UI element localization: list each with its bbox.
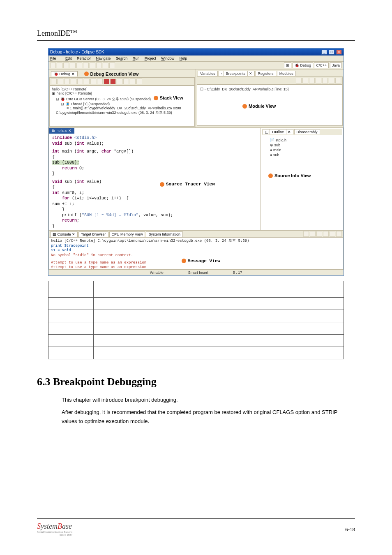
breakpoint-item[interactable]: ☐ ◦ C:\Eddy_DK_20c\src\Eddy_APPs\hello.c… (198, 86, 341, 92)
menu-window[interactable]: Window (161, 56, 174, 60)
console-disp-icon[interactable] (330, 231, 335, 237)
menu-search[interactable]: Search (116, 56, 128, 60)
dot-orange-icon (242, 104, 247, 109)
stack-row[interactable]: ⊟ 🐞 Esto GDB Server (08. 3. 24 오후 5:39) … (52, 95, 192, 102)
debug-dropdown-icon[interactable] (70, 62, 76, 68)
tab-registers[interactable]: Registers (256, 71, 276, 76)
minimize-button[interactable]: _ (321, 50, 327, 55)
console-body: hello [C/C++ Remote] C:\cygwin\opt\lemon… (49, 238, 343, 271)
callout-stack: Stack View (154, 95, 183, 100)
menu-edit[interactable]: Edit (65, 56, 72, 60)
tab-debug[interactable]: 🐞 Debug ✕ (51, 71, 78, 76)
drop-frame-icon[interactable] (97, 79, 103, 84)
persp-cpp[interactable]: C/C++ (314, 62, 329, 68)
menu-refactor[interactable]: Refactor (77, 56, 91, 60)
tab-sys[interactable]: System Information (146, 231, 183, 237)
stop-icon2[interactable] (110, 79, 116, 84)
debug-toolbar (49, 78, 195, 86)
remove-all-bp-icon[interactable] (302, 78, 308, 83)
nav-fwd-icon[interactable] (109, 62, 115, 68)
console-clear-icon[interactable] (303, 231, 309, 237)
menubar: File Edit Refactor Navigate Search Run P… (48, 56, 344, 62)
step-return-icon[interactable] (90, 79, 96, 84)
module-view-panel: ☐ ◦ C:\Eddy_DK_20c\src\Eddy_APPs\hello.c… (197, 85, 343, 126)
outline-item[interactable]: 📄 stdio.h (264, 138, 340, 143)
outline-items: 📄 stdio.h ⊕ sub ● main ● sub (262, 135, 342, 160)
editor-tab-hello[interactable]: 🗎 hello.c ✕ (49, 128, 74, 134)
console-lock-icon[interactable] (310, 231, 316, 237)
menu-help[interactable]: Help (180, 56, 187, 60)
stop-icon[interactable] (104, 79, 109, 84)
tb-icon2[interactable] (130, 79, 136, 84)
open-type-icon[interactable] (90, 62, 95, 68)
step-over-icon[interactable] (84, 79, 90, 84)
table-cell (48, 281, 94, 298)
code-editor[interactable]: 🗎 hello.c ✕ #include <stdio.h> void sub … (48, 127, 261, 230)
persp-debug[interactable]: 🐞 Debug (293, 62, 313, 68)
menu-run[interactable]: Run (133, 56, 140, 60)
build-icon[interactable] (83, 62, 89, 68)
nav-back-icon[interactable] (103, 62, 108, 68)
outline-item[interactable]: ● sub (264, 153, 340, 157)
outline-item[interactable]: ⊕ sub (264, 143, 340, 148)
debug-left-pane: 🐞 Debug ✕ Debug Execution View hello [C/… (48, 69, 196, 127)
tab-disassembly[interactable]: Disassembly (294, 129, 320, 134)
save-icon[interactable] (57, 62, 62, 68)
maximize-button[interactable]: □ (329, 50, 334, 55)
header-title: LemonIDETM (37, 29, 77, 37)
remove-bp-icon[interactable] (296, 78, 302, 83)
suspend-icon[interactable] (58, 79, 63, 84)
expand-icon[interactable] (322, 78, 328, 83)
callout-source-info: Source Info View (268, 173, 311, 178)
tab-outline[interactable]: ◫ Outline ✕ (263, 129, 293, 134)
console-pane: ▦ Console ✕ Target Browser CPU Memory Vi… (48, 230, 344, 269)
resume-icon[interactable] (51, 79, 57, 84)
page-footer: SystemBase Serial Communication ExpertsS… (37, 518, 355, 536)
menu-project[interactable]: Project (145, 56, 156, 60)
tab-target[interactable]: Target Browser (78, 231, 108, 237)
link-icon[interactable] (335, 78, 341, 83)
tab-breakpoints[interactable]: ◦ Breakpoints ✕ (219, 71, 255, 76)
search-icon[interactable] (96, 62, 102, 68)
tb-icon3[interactable] (136, 79, 142, 84)
collapse-icon[interactable] (329, 78, 334, 83)
tab-variables[interactable]: Variables (198, 71, 218, 76)
console-pin-icon[interactable] (316, 231, 322, 237)
step-filter-icon[interactable] (117, 79, 122, 84)
page-number: 6-18 (345, 526, 355, 533)
new-icon[interactable] (50, 62, 56, 68)
persp-java[interactable]: Java (330, 62, 342, 68)
tab-console[interactable]: ▦ Console ✕ (50, 231, 78, 237)
debug-row: 🐞 Debug ✕ Debug Execution View hello [C/… (48, 69, 344, 127)
stack-row[interactable]: hello [C/C++ Remote] (52, 87, 192, 91)
goto-file-icon[interactable] (316, 78, 321, 83)
section-heading: 6.3 Breakpoint Debugging (37, 376, 355, 388)
debug-right-pane: Variables ◦ Breakpoints ✕ Registers Modu… (196, 69, 344, 127)
skip-bp-icon[interactable] (309, 78, 315, 83)
paragraph: This chapter will introduce breakpoint d… (62, 395, 347, 405)
outline-item[interactable]: ● main (264, 148, 340, 153)
perspective-switcher: ⊞ 🐞 Debug C/C++ Java (284, 63, 342, 67)
tab-modules[interactable]: Modules (277, 71, 296, 76)
persp-open-icon[interactable]: ⊞ (284, 62, 291, 68)
terminate-icon[interactable] (64, 79, 70, 84)
window-titlebar: Debug - hello.c - Eclipse SDK _ □ X (48, 49, 344, 56)
console-menu-icon[interactable] (336, 231, 342, 237)
stack-row[interactable]: ⊟ 🧵 Thread [1] (Suspended) (52, 102, 192, 106)
run-dropdown-icon[interactable] (76, 62, 82, 68)
console-open-icon[interactable] (323, 231, 329, 237)
tab-cpu[interactable]: CPU Memory View (109, 231, 145, 237)
stack-row[interactable]: ▣ hello [C/C++ Remote] (52, 91, 192, 95)
disconnect-icon[interactable] (71, 79, 76, 84)
print-icon[interactable] (63, 62, 69, 68)
step-into-icon[interactable] (77, 79, 83, 84)
outline-pane: ◫ Outline ✕ Disassembly 📄 stdio.h ⊕ sub … (261, 127, 344, 230)
callout-source-tracer: Source Tracer View (160, 181, 215, 187)
menu-file[interactable]: File (50, 56, 60, 60)
tb-icon[interactable] (123, 79, 129, 84)
menu-navigate[interactable]: Navigate (96, 56, 111, 60)
close-button[interactable]: X (336, 50, 342, 55)
stack-row[interactable]: C:\cygwin\opt\lemonix\bin\arm-win32-esto… (52, 110, 192, 116)
stack-row[interactable]: ≡ 1 main() at \cygdrive\c\eddy_DK_20c\sr… (52, 106, 192, 110)
window-buttons: _ □ X (321, 49, 342, 55)
